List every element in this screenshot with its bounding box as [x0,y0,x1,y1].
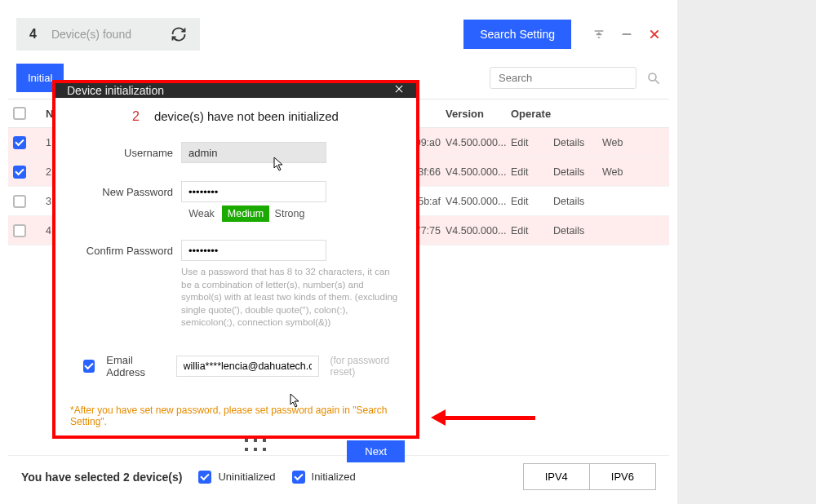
modal-close-icon[interactable] [393,83,405,98]
username-field [181,142,326,163]
device-initialization-modal: Device initialization 2 device(s) have n… [52,80,419,439]
uninitialized-text: device(s) have not been initialized [154,109,339,124]
row-checkbox[interactable] [13,166,26,179]
email-checkbox[interactable] [83,360,95,373]
search-field-wrap [490,67,636,89]
search-input[interactable] [499,72,628,84]
devices-found-box: 4 Device(s) found [16,18,200,51]
row-details-link[interactable]: Details [553,166,602,178]
username-label: Username [67,147,173,159]
password-strength: Weak Medium Strong [181,206,405,222]
row-checkbox[interactable] [13,136,26,149]
row-web-link[interactable]: Web [602,166,651,178]
top-bar: 4 Device(s) found Search Setting [0,0,677,64]
row-web-link[interactable]: Web [602,137,651,148]
modal-header: Device initialization [55,83,416,98]
row-version: V4.500.000... [446,196,511,207]
row-details-link[interactable]: Details [553,137,602,148]
email-label: Email Address [106,354,164,378]
col-version: Version [446,108,511,120]
new-password-label: New Password [67,186,173,198]
svg-line-4 [655,80,659,84]
modal-subtitle-row: 2 device(s) have not been initialized [67,109,405,124]
search-setting-button[interactable]: Search Setting [463,20,571,49]
row-checkbox[interactable] [13,195,26,208]
col-operate: Operate [511,108,651,120]
row-edit-link[interactable]: Edit [511,196,553,207]
ipv4-button[interactable]: IPV4 [523,463,590,490]
confirm-password-field[interactable] [181,240,326,261]
devices-found-label: Device(s) found [51,28,131,41]
confirm-password-label: Confirm Password [67,245,173,257]
password-hint: Use a password that has 8 to 32 characte… [181,266,401,329]
search-icon[interactable] [646,71,661,86]
close-icon[interactable] [648,28,661,41]
refresh-icon[interactable] [171,26,187,42]
ipv6-button[interactable]: IPV6 [590,463,656,490]
row-version: V4.500.000... [446,225,511,237]
row-version: V4.500.000... [446,137,511,148]
row-details-link[interactable]: Details [553,196,602,207]
dropdown-icon[interactable] [592,28,605,41]
svg-point-3 [649,73,656,81]
row-version: V4.500.000... [446,166,511,178]
strength-strong: Strong [269,206,310,222]
annotation-arrow-icon [431,409,535,426]
window-controls [592,28,661,41]
email-field[interactable] [176,356,319,377]
email-row: Email Address (for password reset) [83,354,405,378]
row-details-link[interactable]: Details [553,225,602,237]
devices-found-count: 4 [29,27,37,42]
row-edit-link[interactable]: Edit [511,225,553,237]
new-password-field[interactable] [181,181,326,202]
modal-title: Device initialization [67,84,164,97]
email-note: (for password reset) [330,355,405,378]
password-warning: *After you have set new password, please… [70,405,405,427]
uninitialized-count: 2 [132,109,140,124]
next-button[interactable]: Next [347,440,405,462]
row-checkbox[interactable] [13,224,26,237]
ip-version-toggle: IPV4 IPV6 [523,463,656,490]
strength-weak: Weak [181,206,222,222]
minimize-icon[interactable] [620,28,633,41]
strength-medium: Medium [222,206,269,222]
row-edit-link[interactable]: Edit [511,166,553,178]
select-all-checkbox[interactable] [13,107,26,120]
row-edit-link[interactable]: Edit [511,137,553,148]
